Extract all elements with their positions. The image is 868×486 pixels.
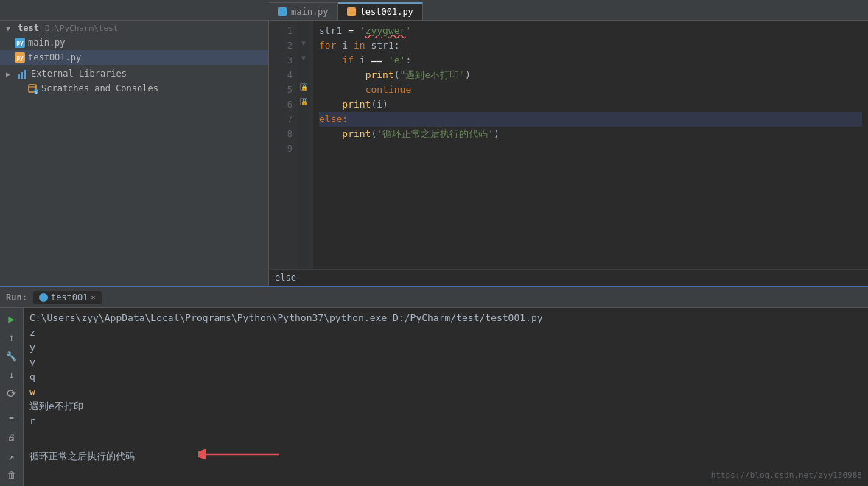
fold-7	[298, 109, 309, 124]
csdn-watermark: https://blog.csdn.net/zyy130988	[711, 468, 862, 483]
svg-text:S: S	[35, 90, 37, 94]
main-py-file-icon: py	[15, 38, 25, 48]
tab-test001-py[interactable]: test001.py	[338, 2, 423, 20]
line-num-3: 3	[269, 53, 293, 68]
code-line-6: print(i)	[319, 97, 862, 112]
line-num-5: 5	[269, 82, 293, 97]
run-output[interactable]: C:\Users\zyy\AppData\Local\Programs\Pyth…	[24, 308, 868, 486]
line-num-1: 1	[269, 24, 293, 38]
output-line-y1: y	[29, 340, 862, 355]
sidebar-item-test-folder[interactable]: ▼ test D:\PyCharm\test	[0, 21, 268, 35]
tab-test001-py-label: test001.py	[360, 7, 413, 17]
run-rerun-button[interactable]: ⟳	[4, 386, 20, 401]
code-line-4: print("遇到e不打印")	[319, 68, 862, 82]
test-path-label: D:\PyCharm\test	[45, 24, 118, 33]
test-folder-label: test	[18, 23, 39, 33]
code-line-3: if i == 'e':	[319, 53, 862, 68]
run-header: Run: test001 ✕	[0, 287, 868, 308]
external-libraries-icon	[18, 68, 28, 79]
toolbar-divider	[4, 406, 19, 406]
sidebar-item-scratches-consoles[interactable]: S Scratches and Consoles	[0, 81, 268, 96]
output-line-r: r	[29, 414, 862, 429]
main-area: ▼ test D:\PyCharm\test py main.py py tes…	[0, 21, 868, 286]
fold-area: ▼ ▼ 🔒 🔒	[298, 21, 309, 269]
code-line-2: for i in str1:	[319, 38, 862, 53]
chevron-down-icon: ▼	[6, 24, 15, 32]
main-py-icon	[278, 7, 287, 16]
output-chinese2-text: 循环正常之后执行的代码	[29, 449, 135, 464]
sidebar-item-main-py[interactable]: py main.py	[0, 35, 268, 50]
test001-py-label: test001.py	[28, 52, 81, 63]
output-cmd-line: C:\Users\zyy\AppData\Local\Programs\Pyth…	[29, 311, 862, 325]
run-wrench-button[interactable]: 🔧	[4, 348, 20, 364]
run-pin-button[interactable]: ≡	[4, 411, 20, 426]
run-body: ▶ ↑ 🔧 ↓ ⟳ ≡ 🖨 ↗ 🗑 C:\Users\zyy\AppData\L…	[0, 308, 868, 486]
run-label: Run:	[6, 292, 27, 303]
fold-6: 🔒	[298, 94, 309, 109]
output-line-w: w	[29, 384, 862, 399]
run-more-button[interactable]: ↗	[4, 448, 20, 464]
sidebar: ▼ test D:\PyCharm\test py main.py py tes…	[0, 21, 269, 286]
line-numbers: 1 2 3 4 5 6 7 8 9	[269, 21, 298, 269]
code-line-9	[319, 141, 862, 156]
scratches-consoles-label: Scratches and Consoles	[41, 83, 158, 94]
fold-2[interactable]: ▼	[298, 35, 309, 50]
run-tab-close[interactable]: ✕	[91, 293, 95, 301]
run-down-button[interactable]: ↓	[4, 367, 20, 382]
code-container: 1 2 3 4 5 6 7 8 9 ▼ ▼ 🔒 🔒	[269, 21, 868, 269]
run-toolbar: ▶ ↑ 🔧 ↓ ⟳ ≡ 🖨 ↗ 🗑	[0, 308, 24, 486]
test001-py-file-icon: py	[15, 52, 25, 63]
fold-5[interactable]: 🔒	[298, 80, 309, 94]
run-tab-test001[interactable]: test001 ✕	[33, 291, 102, 304]
scratches-icon: S	[28, 83, 38, 94]
run-panel: Run: test001 ✕ ▶ ↑ 🔧 ↓ ⟳ ≡ 🖨 ↗ 🗑 C:\User…	[0, 286, 868, 486]
line-num-2: 2	[269, 38, 293, 53]
line-num-9: 9	[269, 141, 293, 156]
tab-main-py[interactable]: main.py	[269, 2, 338, 20]
csdn-url: https://blog.csdn.net/zyy130988	[711, 471, 862, 480]
line-num-4: 4	[269, 68, 293, 82]
test001-py-icon	[347, 7, 356, 16]
run-trash-button[interactable]: 🗑	[4, 468, 20, 483]
chevron-right-icon: ▶	[6, 70, 15, 78]
tab-main-py-label: main.py	[291, 7, 329, 17]
external-libraries-label: External Libraries	[31, 68, 127, 79]
code-line-5: continue	[319, 82, 862, 97]
red-arrow-icon	[141, 429, 287, 485]
line-num-7: 7	[269, 112, 293, 127]
run-up-button[interactable]: ↑	[4, 329, 20, 345]
code-line-7: else:	[319, 112, 862, 127]
code-editor[interactable]: str1 = 'zyygwer' for i in str1: if i == …	[313, 21, 868, 269]
line-num-8: 8	[269, 127, 293, 141]
output-line-z: z	[29, 325, 862, 340]
run-tab-label: test001	[51, 292, 88, 303]
run-play-button[interactable]: ▶	[4, 311, 20, 326]
fold-9	[298, 138, 309, 153]
output-line-q: q	[29, 370, 862, 384]
main-py-label: main.py	[28, 38, 66, 48]
sidebar-item-external-libraries[interactable]: ▶ External Libraries	[0, 66, 268, 81]
editor-area: 1 2 3 4 5 6 7 8 9 ▼ ▼ 🔒 🔒	[269, 21, 868, 286]
fold-8	[298, 124, 309, 138]
fold-1	[298, 21, 309, 35]
run-tab-icon	[39, 293, 48, 302]
line-num-6: 6	[269, 97, 293, 112]
code-line-8: print('循环正常之后执行的代码')	[319, 127, 862, 141]
else-hint-text: else	[275, 272, 296, 283]
output-line-y2: y	[29, 355, 862, 370]
run-print-button[interactable]: 🖨	[4, 430, 20, 446]
code-line-1: str1 = 'zyygwer'	[319, 24, 862, 38]
fold-4	[298, 65, 309, 80]
sidebar-item-test001-py[interactable]: py test001.py	[0, 50, 268, 65]
fold-3[interactable]: ▼	[298, 50, 309, 65]
else-hint: else	[269, 269, 868, 286]
output-line-chinese1: 遇到e不打印	[29, 399, 862, 414]
tab-bar: main.py test001.py	[0, 0, 868, 21]
